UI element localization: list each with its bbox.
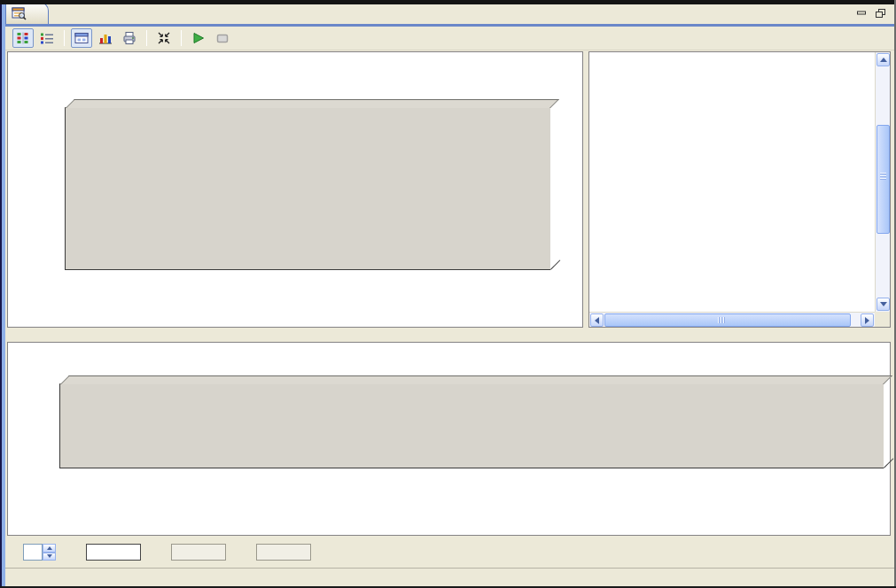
collapse-all-button[interactable] (153, 28, 175, 48)
restore-icon (876, 9, 886, 19)
window-left-frame (0, 4, 5, 588)
arrow-left-icon (591, 317, 599, 324)
page-spinner (23, 544, 56, 561)
table-body (589, 68, 875, 312)
arrow-right-icon (865, 317, 873, 324)
plot-corner-edge (550, 259, 560, 269)
scroll-down-button[interactable] (877, 298, 890, 311)
spinner-down-icon (47, 554, 52, 561)
collapse-all-icon (156, 31, 172, 45)
window-controls (855, 8, 887, 19)
minimize-icon (857, 9, 866, 18)
view-tab[interactable] (5, 2, 49, 24)
minimize-button[interactable] (855, 8, 868, 19)
vertical-scroll-thumb[interactable] (877, 125, 890, 234)
bins-y-axis (20, 107, 63, 270)
view-tab-icon (12, 6, 27, 20)
toolbar-separator (64, 30, 65, 46)
plot-corner-edge (884, 458, 893, 468)
page-input[interactable] (23, 544, 43, 561)
scroll-up-button[interactable] (877, 53, 890, 66)
restore-button[interactable] (875, 8, 887, 19)
list-view-icon (39, 31, 55, 45)
bins-statistics-panel (7, 51, 583, 328)
bins-x-axis (65, 272, 550, 325)
list-view-button[interactable] (36, 28, 58, 48)
total-points-value (171, 544, 226, 561)
window-view-button[interactable] (71, 28, 92, 48)
page-decrement-button[interactable] (43, 553, 56, 561)
use-bins-panel (7, 342, 891, 536)
toolbar (5, 27, 894, 50)
window-view-icon (74, 31, 90, 45)
stop-button (212, 28, 233, 48)
arrow-down-icon (880, 302, 887, 310)
table-header (589, 52, 875, 68)
print-button[interactable] (119, 28, 140, 48)
run-button[interactable] (188, 28, 209, 48)
bottom-tab-bar (5, 568, 894, 586)
chart-view-icon (97, 31, 113, 45)
stop-icon (214, 31, 230, 45)
points-per-page-input[interactable] (86, 544, 141, 561)
use-bins-chart[interactable] (59, 383, 884, 468)
horizontal-scrollbar[interactable] (589, 312, 875, 327)
scroll-right-button[interactable] (861, 313, 874, 327)
use-bins-x-axis (59, 470, 884, 525)
use-bins-y-axis (15, 383, 56, 468)
tile-view-button[interactable] (12, 28, 34, 48)
plot-top-face (66, 99, 559, 108)
horizontal-scroll-thumb[interactable] (604, 313, 851, 327)
plot-top-face (60, 375, 892, 384)
scroll-left-button[interactable] (590, 313, 604, 327)
bins-table-panel (588, 51, 891, 328)
page-increment-button[interactable] (43, 544, 56, 553)
scrollbar-corner (875, 312, 890, 327)
page-spinner-buttons (43, 544, 56, 561)
toolbar-separator (181, 30, 182, 46)
tab-underline (0, 24, 896, 27)
tile-view-icon (15, 31, 31, 45)
total-pages-value (256, 544, 311, 561)
arrow-up-icon (880, 54, 887, 62)
chart-view-button[interactable] (95, 28, 116, 48)
vertical-scrollbar[interactable] (875, 52, 890, 312)
toolbar-separator (146, 30, 147, 46)
spinner-up-icon (47, 544, 52, 550)
window-top-frame (0, 0, 896, 4)
bins-bar-chart[interactable] (65, 107, 550, 270)
pagination-controls (5, 537, 894, 568)
print-icon (121, 31, 137, 45)
run-icon (191, 31, 206, 45)
